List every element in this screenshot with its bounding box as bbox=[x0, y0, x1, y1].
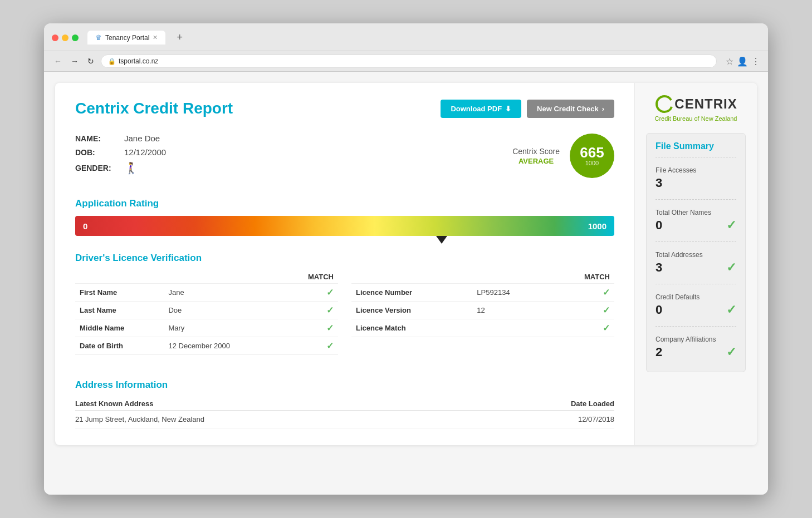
browser-dots bbox=[52, 34, 79, 41]
arrow-icon: › bbox=[602, 105, 604, 113]
table-row: First Name Jane ✓ bbox=[75, 284, 338, 302]
browser-titlebar: ♛ Tenancy Portal ✕ + bbox=[44, 23, 768, 51]
match-check: ✓ bbox=[550, 302, 614, 319]
download-label: Download PDF bbox=[451, 105, 502, 113]
licence-right-col: MATCH Licence Number LP592134 ✓ Licence … bbox=[351, 270, 614, 366]
summary-value-row: 2 ✓ bbox=[656, 345, 736, 359]
table-row: Licence Version 12 ✓ bbox=[351, 302, 614, 319]
field-label: Middle Name bbox=[75, 319, 164, 337]
checkmark-icon: ✓ bbox=[326, 305, 334, 315]
gender-icon: 🚶‍♀️ bbox=[124, 161, 138, 175]
summary-item: Company Affiliations 2 ✓ bbox=[656, 326, 736, 364]
summary-item-label: Company Affiliations bbox=[656, 336, 736, 343]
score-circle: 665 1000 bbox=[570, 134, 614, 178]
licence-left-table: MATCH First Name Jane ✓ Last Name Doe ✓ … bbox=[75, 270, 338, 355]
licence-section: Driver's Licence Verification MATCH bbox=[75, 253, 614, 366]
summary-divider bbox=[656, 241, 736, 242]
summary-item-2: Total Addresses 3 ✓ bbox=[656, 246, 736, 279]
match-check: ✓ bbox=[281, 319, 338, 337]
licence-two-col: MATCH First Name Jane ✓ Last Name Doe ✓ … bbox=[75, 270, 614, 366]
new-tab-button[interactable]: + bbox=[171, 29, 188, 46]
centrix-logo: CENTRIX Credit Bureau of New Zealand bbox=[646, 94, 746, 122]
summary-item: Total Other Names 0 ✓ bbox=[656, 199, 736, 237]
field-label: Licence Match bbox=[351, 319, 472, 337]
gender-label: GENDER: bbox=[75, 164, 120, 172]
name-value: Jane Doe bbox=[124, 134, 160, 143]
field-value bbox=[472, 319, 550, 337]
new-credit-check-button[interactable]: New Credit Check › bbox=[527, 100, 614, 118]
field-value: LP592134 bbox=[472, 284, 550, 302]
browser-tab[interactable]: ♛ Tenancy Portal ✕ bbox=[87, 31, 165, 45]
address-field[interactable]: 🔒 tsportal.co.nz bbox=[101, 55, 717, 68]
forward-button[interactable]: → bbox=[69, 56, 81, 67]
bookmark-button[interactable]: ☆ bbox=[726, 56, 733, 67]
browser-addressbar: ← → ↻ 🔒 tsportal.co.nz ☆ 👤 ⋮ bbox=[44, 51, 768, 72]
summary-value-row: 0 ✓ bbox=[656, 218, 736, 233]
back-button[interactable]: ← bbox=[52, 56, 64, 67]
dot-green[interactable] bbox=[72, 34, 79, 41]
right-header-value bbox=[472, 270, 550, 284]
licence-left-col: MATCH First Name Jane ✓ Last Name Doe ✓ … bbox=[75, 270, 338, 366]
score-title: Centrix Score bbox=[512, 147, 560, 156]
bar-indicator bbox=[436, 236, 447, 244]
summary-item-3: Credit Defaults 0 ✓ bbox=[656, 289, 736, 322]
summary-item-value: 2 bbox=[656, 345, 662, 359]
summary-item: Total Addresses 3 ✓ bbox=[656, 241, 736, 279]
sidebar: CENTRIX Credit Bureau of New Zealand Fil… bbox=[634, 83, 757, 445]
profile-button[interactable]: 👤 bbox=[737, 56, 748, 67]
summary-item-1: Total Other Names 0 ✓ bbox=[656, 204, 736, 237]
summary-value-row: 0 ✓ bbox=[656, 303, 736, 317]
right-header-match: MATCH bbox=[550, 270, 614, 284]
table-row: Date of Birth 12 December 2000 ✓ bbox=[75, 337, 338, 355]
file-summary-title: File Summary bbox=[656, 141, 736, 151]
summary-divider bbox=[656, 284, 736, 284]
file-summary-card: File Summary File Accesses 3 Total Other… bbox=[646, 133, 746, 372]
summary-divider bbox=[656, 157, 736, 157]
url-text: tsportal.co.nz bbox=[119, 57, 158, 65]
tab-title: Tenancy Portal bbox=[105, 34, 149, 42]
summary-check-icon: ✓ bbox=[726, 218, 736, 233]
table-row: 21 Jump Street, Auckland, New Zealand 12… bbox=[75, 411, 614, 428]
left-header-field bbox=[75, 270, 164, 284]
lock-icon: 🔒 bbox=[108, 58, 116, 65]
field-label: Licence Number bbox=[351, 284, 472, 302]
score-label-group: Centrix Score AVERAGE bbox=[512, 147, 560, 165]
summary-item-value: 0 bbox=[656, 218, 662, 233]
table-row: Licence Match ✓ bbox=[351, 319, 614, 337]
field-value: Mary bbox=[164, 319, 281, 337]
bar-min-label: 0 bbox=[83, 221, 87, 231]
centrix-c-icon bbox=[654, 94, 674, 114]
report-header: Centrix Credit Report Download PDF ⬇ New… bbox=[75, 100, 614, 118]
header-buttons: Download PDF ⬇ New Credit Check › bbox=[441, 100, 614, 118]
licence-title: Driver's Licence Verification bbox=[75, 253, 614, 264]
gender-row: GENDER: 🚶‍♀️ bbox=[75, 161, 166, 175]
summary-value-row: 3 bbox=[656, 176, 736, 190]
summary-item-4: Company Affiliations 2 ✓ bbox=[656, 331, 736, 364]
refresh-button[interactable]: ↻ bbox=[85, 56, 96, 67]
download-pdf-button[interactable]: Download PDF ⬇ bbox=[441, 100, 521, 118]
dot-yellow[interactable] bbox=[62, 34, 69, 41]
date-col-header: Date Loaded bbox=[478, 397, 614, 411]
application-rating-section: Application Rating 0 1000 bbox=[75, 198, 614, 236]
top-area: NAME: Jane Doe DOB: 12/12/2000 GENDER: 🚶… bbox=[75, 134, 614, 193]
match-check: ✓ bbox=[550, 284, 614, 302]
personal-info: NAME: Jane Doe DOB: 12/12/2000 GENDER: 🚶… bbox=[75, 134, 166, 179]
address-section: Address Information Latest Known Address… bbox=[75, 379, 614, 428]
dob-row: DOB: 12/12/2000 bbox=[75, 147, 166, 157]
table-row: Licence Number LP592134 ✓ bbox=[351, 284, 614, 302]
summary-divider bbox=[656, 199, 736, 200]
score-max: 1000 bbox=[585, 160, 599, 166]
summary-check-icon: ✓ bbox=[726, 345, 736, 359]
dot-red[interactable] bbox=[52, 34, 58, 41]
summary-item: Credit Defaults 0 ✓ bbox=[656, 284, 736, 322]
browser-window: ♛ Tenancy Portal ✕ + ← → ↻ 🔒 tsportal.co… bbox=[44, 23, 768, 495]
bar-max-label: 1000 bbox=[588, 221, 606, 231]
match-check: ✓ bbox=[550, 319, 614, 337]
summary-item-label: Credit Defaults bbox=[656, 293, 736, 301]
menu-button[interactable]: ⋮ bbox=[751, 56, 760, 67]
new-check-label: New Credit Check bbox=[537, 105, 599, 113]
field-label: First Name bbox=[75, 284, 164, 302]
tab-close-button[interactable]: ✕ bbox=[153, 34, 158, 41]
summary-check-icon: ✓ bbox=[726, 303, 736, 317]
score-section: Centrix Score AVERAGE 665 1000 bbox=[512, 134, 614, 178]
